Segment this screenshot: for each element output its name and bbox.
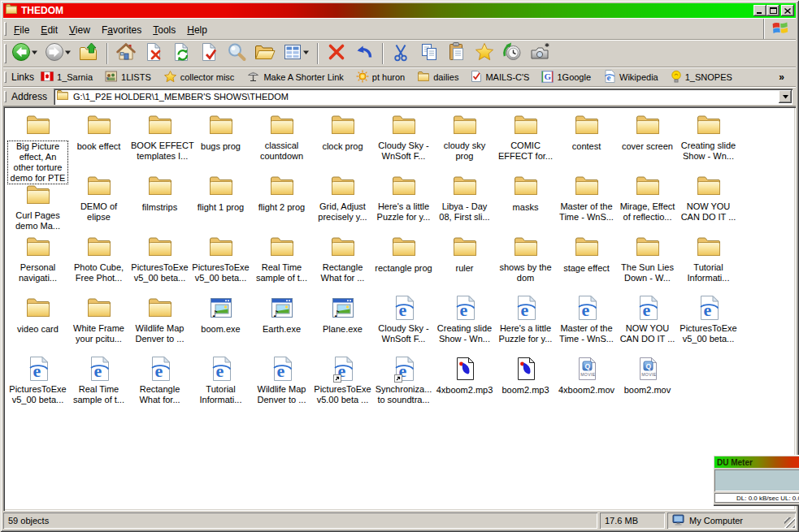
menu-file[interactable]: File [8, 22, 35, 38]
folder-item[interactable]: cloudy sky prog [434, 112, 495, 162]
folder-item[interactable]: cover screen [617, 112, 678, 153]
folder-item[interactable]: Master of the Time - WnS... [556, 173, 617, 223]
folder-item[interactable]: The Sun Lies Down - W... [617, 234, 678, 284]
link-1-snopes[interactable]: 1_SNOPES [671, 70, 732, 84]
file-item[interactable]: 4xboom2.mp3 [434, 356, 495, 396]
folder-item[interactable]: Real Time sample of t... [251, 234, 312, 284]
folder-item[interactable]: ruler [434, 234, 495, 275]
folder-item[interactable]: Wildlife Map Denver to ... [129, 295, 190, 345]
file-item[interactable]: eHere's a little Puzzle for y... [495, 295, 556, 345]
folder-item[interactable]: Cloudy Sky - WnSoft F... [373, 112, 434, 162]
link-mails-c-s[interactable]: MAILS-C'S [471, 70, 529, 84]
cut-button[interactable] [388, 41, 415, 66]
folder-item[interactable]: stage effect [556, 234, 617, 275]
link-1lists[interactable]: s1LISTS [105, 70, 151, 84]
forward-button[interactable] [41, 41, 75, 66]
folder-item[interactable]: flight 1 prog [190, 173, 251, 214]
folder-item[interactable]: DEMO of elipse [68, 173, 129, 223]
folder-item[interactable]: Personal navigati... [7, 234, 68, 284]
folder-item[interactable]: COMIC EFFECT for... [495, 112, 556, 162]
file-item[interactable]: eTutorial Informati... [190, 356, 251, 406]
folder-item[interactable]: book effect [68, 112, 129, 153]
file-item[interactable]: ePicturesToExe v5.00 beta ... [312, 356, 373, 406]
search-button[interactable] [223, 41, 250, 66]
folder-item[interactable]: flight 2 prog [251, 173, 312, 214]
file-item[interactable]: eNOW YOU CAN DO IT ... [617, 295, 678, 345]
file-item[interactable]: ePicturesToExe v5_00 beta... [7, 356, 68, 406]
du-meter-titlebar[interactable]: DU Meter [714, 456, 799, 468]
page-delete-button[interactable] [140, 41, 167, 66]
page-check-button[interactable] [195, 41, 223, 66]
folder-item[interactable]: PicturesToExe v5_00 beta... [190, 234, 251, 284]
folder-options-button[interactable] [526, 41, 555, 66]
menu-grip[interactable] [4, 22, 7, 36]
folder-item[interactable]: clock prog [312, 112, 373, 153]
folder-item[interactable]: NOW YOU CAN DO IT ... [678, 173, 739, 223]
folder-item[interactable]: bugs prog [190, 112, 251, 153]
maximize-button[interactable] [766, 5, 779, 16]
minimize-button[interactable] [753, 5, 766, 16]
views-button[interactable] [280, 41, 313, 66]
up-button[interactable] [75, 41, 102, 66]
file-item[interactable]: eReal Time sample of t... [68, 356, 129, 406]
favorites-button[interactable] [471, 41, 498, 66]
file-item[interactable]: eRectangle What for... [129, 356, 190, 406]
folder-item[interactable]: White Frame your pcitu... [68, 295, 129, 345]
link-1-sarnia[interactable]: 1_Sarnia [41, 71, 93, 84]
link-make-a-shorter-link[interactable]: Make A Shorter Link [246, 70, 343, 84]
back-dropdown-caret[interactable] [31, 41, 38, 66]
folder-item[interactable]: Photo Cube, Free Phot... [68, 234, 129, 284]
address-dropdown-button[interactable] [779, 90, 792, 103]
back-button[interactable] [8, 41, 41, 66]
folder-item[interactable]: Big Picture effect, An other torture dem… [7, 112, 68, 184]
home-button[interactable] [112, 41, 140, 66]
file-item[interactable]: ePicturesToExe v5_00 beta... [678, 295, 739, 345]
folder-item[interactable]: masks [495, 173, 556, 214]
file-item[interactable]: eCloudy Sky - WnSoft F... [373, 295, 434, 345]
file-item[interactable]: QMOVIEboom2.mov [617, 356, 678, 396]
undo-button[interactable] [350, 41, 378, 66]
history-button[interactable] [498, 41, 526, 66]
file-item[interactable]: ♪boom.exe [190, 295, 251, 335]
address-grip[interactable] [4, 91, 7, 102]
folder-item[interactable]: PicturesToExe v5_00 beta... [129, 234, 190, 284]
file-item[interactable]: eCreating slide Show - Wn... [434, 295, 495, 345]
menu-favorites[interactable]: Favorites [96, 22, 147, 38]
links-grip[interactable] [4, 71, 7, 83]
folder-item[interactable]: shows by the dom [495, 234, 556, 284]
resize-grip[interactable] [784, 517, 795, 528]
folder-item[interactable]: Rectangle What for ... [312, 234, 373, 284]
link-pt-huron[interactable]: pt huron [356, 70, 405, 84]
folder-item[interactable]: classical countdown [251, 112, 312, 162]
folder-item[interactable]: Curl Pages demo Ma... [7, 182, 68, 232]
folder-item[interactable]: Grid, Adjust precisely y... [312, 173, 373, 223]
menu-help[interactable]: Help [181, 22, 213, 38]
menu-view[interactable]: View [63, 22, 96, 38]
close-button[interactable] [781, 5, 794, 16]
menu-tools[interactable]: Tools [147, 22, 181, 38]
link-collector-misc[interactable]: collector misc [163, 70, 235, 84]
file-item[interactable]: boom2.mp3 [495, 356, 556, 396]
folder-item[interactable]: Mirage, Effect of reflectio... [617, 173, 678, 223]
file-item[interactable]: eMaster of the Time - WnS... [556, 295, 617, 345]
file-item[interactable]: eWildlife Map Denver to ... [251, 356, 312, 406]
toolbar-grip[interactable] [4, 44, 7, 63]
link-1google[interactable]: G1Google [541, 71, 591, 84]
address-field[interactable]: G:\1_P2E HOLDER\1_MEMBER'S SHOWS\THEDOM [54, 89, 792, 105]
delete-button[interactable] [323, 41, 350, 66]
folder-item[interactable]: rectangle prog [373, 234, 434, 275]
link-wikipedia[interactable]: eWikipedia [603, 70, 658, 84]
file-item[interactable]: ♪Plane.exe [312, 295, 373, 335]
file-item[interactable]: eSynchroniza... to soundtra... [373, 356, 434, 406]
folders-button[interactable] [250, 41, 280, 66]
folder-item[interactable]: BOOK EFFECT templates I... [129, 112, 190, 162]
title-bar[interactable]: THEDOM [3, 3, 796, 18]
folder-item[interactable]: Here's a little Puzzle for y... [373, 173, 434, 223]
link-dailies[interactable]: dailies [417, 70, 458, 84]
folder-item[interactable]: Libya - Day 08, First sli... [434, 173, 495, 223]
page-refresh-button[interactable] [167, 41, 195, 66]
folder-item[interactable]: Creating slide Show - Wn... [678, 112, 739, 162]
folder-item[interactable]: Tutorial Informati... [678, 234, 739, 284]
folder-item[interactable]: contest [556, 112, 617, 153]
menu-edit[interactable]: Edit [35, 22, 63, 38]
